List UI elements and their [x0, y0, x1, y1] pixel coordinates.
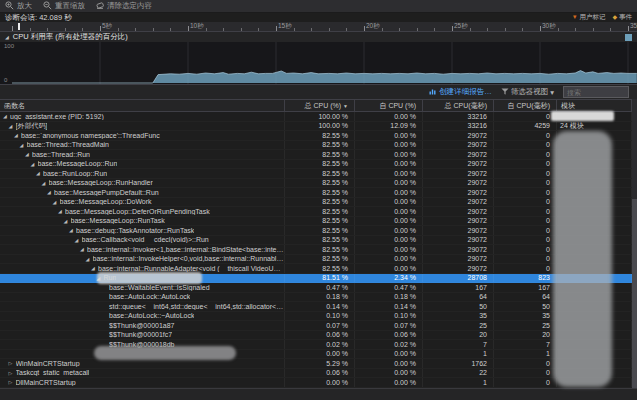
column-header-1[interactable]: 总 CPU (%)▼ [285, 100, 355, 111]
tree-expander-icon[interactable]: ◢ [9, 123, 16, 129]
scrollbar-thumb[interactable] [632, 199, 637, 400]
total-cpu-ms: 167 [423, 283, 494, 292]
total-cpu-pct: 0.10 % [285, 312, 355, 321]
self-cpu-pct: 12.09 % [355, 122, 423, 131]
search-input[interactable] [563, 86, 629, 98]
tree-expander-icon[interactable]: ◢ [36, 170, 43, 176]
tree-expander-icon[interactable]: ◢ [3, 113, 10, 119]
table-row[interactable]: base::WaitableEvent::IsSignaled0.47 %0.4… [0, 283, 632, 293]
table-row[interactable]: ◢base::MessageLoop::RunHandler82.55 %0.0… [0, 179, 632, 189]
tree-expander-icon[interactable]: ◢ [31, 161, 38, 167]
table-row[interactable]: ▷DllMainCRTStartup0.00 %0.00 %10 [0, 378, 632, 388]
column-header-4[interactable]: 自 CPU(毫秒) [494, 100, 557, 111]
column-header-0[interactable]: 函数名 [0, 100, 285, 111]
table-row[interactable]: std::queue<__int64,std::deque<__int64,st… [0, 302, 632, 312]
tree-expander-icon[interactable]: ◢ [97, 275, 104, 281]
column-header-label: 函数名 [4, 101, 25, 111]
tree-expander-icon[interactable]: ◢ [58, 208, 65, 214]
function-name-cell: ◢[外部代码] [0, 122, 285, 131]
cpu-section-header[interactable]: ◢ CPU 利用率 (所有处理器的百分比) [0, 31, 637, 42]
table-row[interactable]: ◢base::MessageLoop::Run82.55 %0.00 %2907… [0, 160, 632, 170]
function-name: WinMainCRTStartup [16, 360, 80, 367]
table-row[interactable]: ◢base::internal::RunnableAdapter<void (_… [0, 264, 632, 274]
table-row[interactable]: ◢base::MessageLoop::RunTask82.55 %0.00 %… [0, 217, 632, 227]
table-row[interactable]: base::AutoLock::~AutoLock0.10 %0.10 %353… [0, 312, 632, 322]
table-row[interactable]: ◢base::MessagePumpDefault::Run82.55 %0.0… [0, 188, 632, 198]
tree-expander-icon[interactable]: ◢ [14, 132, 21, 138]
tree-expander-icon[interactable]: ▷ [9, 360, 16, 366]
table-row[interactable]: $$Thunk@00001fc70.06 %0.06 %2020 [0, 331, 632, 341]
function-name-cell: ◢base::MessageLoop::RunTask [0, 217, 285, 226]
table-row[interactable]: base::AutoLock::AutoLock0.18 %0.18 %6464 [0, 293, 632, 303]
column-header-2[interactable]: 自 CPU (%) [355, 100, 423, 111]
profiler-window: 放大 重置缩放 清除选定内容 诊断会话: 42.089 秒 ▼ 用户标记 ◆ 事… [0, 0, 637, 400]
total-cpu-pct: 82.55 % [285, 160, 355, 169]
function-name: $$Thunk@000018db [109, 341, 175, 348]
column-header-5[interactable]: 模块 [557, 100, 632, 111]
total-cpu-ms: 29072 [423, 198, 494, 207]
total-cpu-pct: 0.00 % [285, 378, 355, 387]
table-row[interactable]: ◢base::MessageLoop::DeferOrRunPendingTas… [0, 207, 632, 217]
table-row[interactable]: ◢base::debug::TaskAnnotator::RunTask82.5… [0, 226, 632, 236]
table-row[interactable]: 0.00 %0.00 %11 [0, 350, 632, 360]
table-row[interactable]: ◢base::Thread::Run82.55 %0.00 %290720 [0, 150, 632, 160]
tree-expander-icon[interactable]: ◢ [42, 180, 49, 186]
reset-zoom-button[interactable]: 重置缩放 [43, 1, 85, 12]
self-cpu-pct: 0.00 % [355, 350, 423, 359]
function-name: [外部代码] [16, 122, 48, 131]
tree-expander-icon[interactable]: ◢ [69, 227, 76, 233]
self-cpu-pct: 0.00 % [355, 188, 423, 197]
zoom-in-label: 放大 [17, 1, 32, 11]
tree-expander-icon[interactable]: ◢ [75, 237, 82, 243]
table-row[interactable]: ◢ugc_assistant.exe (PID: 5192)100.00 %0.… [0, 112, 632, 122]
clear-selection-icon [96, 1, 104, 11]
self-cpu-pct: 0.00 % [355, 112, 423, 121]
column-header-3[interactable]: 总 CPU(毫秒) [423, 100, 494, 111]
playhead-caret[interactable] [18, 23, 20, 30]
table-row[interactable]: ▷Taskcqt_static_metacall0.06 %0.00 %220 [0, 369, 632, 379]
horizontal-scrollbar[interactable] [0, 388, 637, 400]
filter-dropdown[interactable]: 筛选器视图 ▾ [501, 87, 554, 97]
tree-expander-icon[interactable]: ◢ [25, 151, 32, 157]
table-row[interactable]: $$Thunk@000018db0.02 %0.02 %77 [0, 340, 632, 350]
table-row[interactable]: ◢Run81.51 %2.34 %28708823 [0, 274, 632, 284]
total-cpu-pct: 100.00 % [285, 122, 355, 131]
table-row[interactable]: ◢base::`anonymous namespace'::ThreadFunc… [0, 131, 632, 141]
clear-selection-button[interactable]: 清除选定内容 [96, 1, 152, 11]
tree-expander-icon[interactable]: ◢ [47, 189, 54, 195]
module-name: 24 模块 [557, 122, 632, 131]
tree-expander-icon[interactable]: ◢ [64, 218, 71, 224]
self-cpu-pct: 0.00 % [355, 217, 423, 226]
create-report-link[interactable]: 创建详细报告… [429, 87, 492, 97]
ruler-tick-label: 35秒 [630, 22, 637, 31]
tree-expander-icon[interactable]: ◢ [20, 142, 27, 148]
table-row[interactable]: ◢base::internal::InvokeHelper<0,void,bas… [0, 255, 632, 265]
column-header-label: 自 CPU(毫秒) [508, 101, 550, 111]
tree-expander-icon[interactable]: ◢ [80, 246, 87, 252]
table-row[interactable]: ◢[外部代码]100.00 %12.09 %33216425924 模块 [0, 122, 632, 132]
function-name: base::MessageLoop::DeferOrRunPendingTask [65, 208, 210, 215]
total-cpu-ms: 64 [423, 293, 494, 302]
self-cpu-pct: 0.00 % [355, 198, 423, 207]
tree-expander-icon[interactable]: ◢ [91, 265, 98, 271]
collapse-icon[interactable]: ◢ [5, 34, 9, 40]
table-row[interactable]: ▷WinMainCRTStartup5.29 %0.00 %17620 [0, 359, 632, 369]
tree-expander-icon[interactable]: ◢ [86, 256, 93, 262]
zoom-in-button[interactable]: 放大 [5, 1, 32, 12]
cpu-plot[interactable]: 100 0 [0, 42, 637, 85]
self-cpu-ms: 0 [494, 226, 557, 235]
cpu-utilization-chart[interactable] [0, 42, 637, 84]
table-row[interactable]: ◢base::internal::Invoker<1,base::interna… [0, 245, 632, 255]
table-row[interactable]: $$Thunk@00001a870.07 %0.07 %2525 [0, 321, 632, 331]
table-row[interactable]: ◢base::MessageLoop::DoWork82.55 %0.00 %2… [0, 198, 632, 208]
total-cpu-pct: 82.55 % [285, 226, 355, 235]
table-row[interactable]: ◢base::Thread::ThreadMain82.55 %0.00 %29… [0, 141, 632, 151]
total-cpu-ms: 1 [423, 350, 494, 359]
tree-expander-icon[interactable]: ▷ [9, 370, 16, 376]
tree-expander-icon[interactable]: ◢ [53, 199, 60, 205]
vertical-scrollbar[interactable] [632, 99, 637, 388]
table-row[interactable]: ◢base::RunLoop::Run82.55 %0.00 %290720 [0, 169, 632, 179]
tree-expander-icon[interactable]: ▷ [9, 379, 16, 385]
table-row[interactable]: ◢base::Callback<void __cdecl(void)>::Run… [0, 236, 632, 246]
function-name: base::Thread::ThreadMain [27, 141, 110, 148]
